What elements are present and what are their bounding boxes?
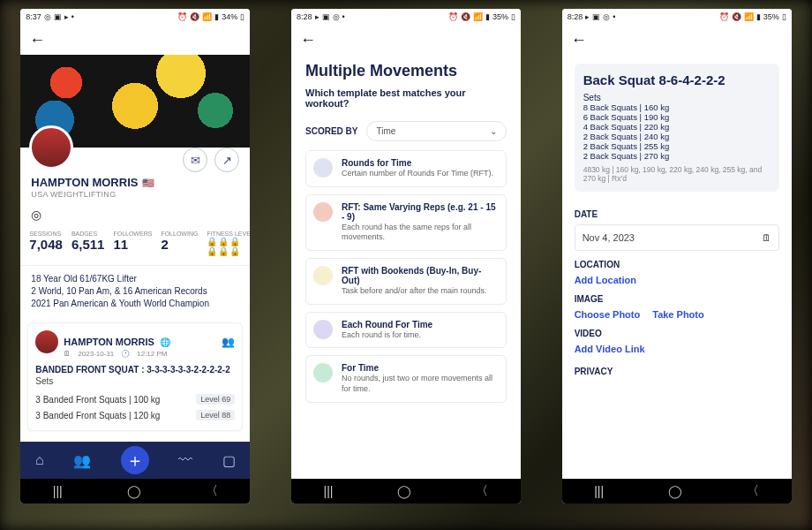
option-desc: Certain number of Rounds For Time (RFT). (342, 169, 499, 179)
sys-back-icon[interactable]: 〈 (206, 483, 218, 499)
instagram-icon: ◎ (31, 208, 41, 222)
date-section-label: DATE (575, 209, 779, 219)
add-video-button[interactable]: Add Video Link (575, 344, 779, 354)
sys-back-icon[interactable]: 〈 (476, 483, 488, 499)
add-location-button[interactable]: Add Location (575, 275, 779, 285)
option-title: For Time (342, 363, 499, 373)
app-header: ← (291, 25, 521, 55)
set-line: 2 Back Squats | 270 kg (583, 151, 771, 161)
template-option[interactable]: RFT with Bookends (Buy-In, Buy-Out)Task … (305, 258, 507, 305)
set-line: 2 Back Squats | 240 kg (583, 132, 771, 141)
location-section-label: LOCATION (575, 260, 779, 269)
post-date: 2023-10-31 (78, 350, 114, 358)
stat-following[interactable]: FOLLOWING 2 (161, 231, 198, 256)
template-option[interactable]: Rounds for TimeCertain number of Rounds … (305, 150, 507, 187)
instagram-icon: ◎ (44, 12, 51, 21)
battery-icon: ▯ (782, 12, 786, 21)
battery-icon: ▯ (240, 12, 244, 21)
stat-sessions[interactable]: SESSIONS 7,048 (29, 231, 63, 256)
system-nav: ||| ◯ 〈 (20, 479, 250, 504)
template-option[interactable]: RFT: Same Varying Reps (e.g. 21 - 15 - 9… (305, 194, 507, 251)
set-line: 4 Back Squats | 220 kg (583, 122, 771, 132)
mute-icon: 🔇 (732, 12, 741, 21)
tab-activity-icon[interactable]: 〰 (178, 452, 192, 468)
template-option[interactable]: For TimeNo rounds, just two or more move… (305, 355, 507, 402)
sys-home-icon[interactable]: ◯ (668, 484, 682, 498)
calendar-icon: 🗓 (762, 232, 771, 243)
sys-recent-icon[interactable]: ||| (53, 484, 63, 498)
system-nav: ||| ◯ 〈 (562, 479, 792, 504)
scored-by-select[interactable]: Time ⌄ (366, 121, 507, 141)
post-sets-label: Sets (35, 376, 235, 386)
workout-summary-card: Back Squat 8-6-4-2-2-2 Sets 8 Back Squat… (575, 64, 779, 192)
option-desc: Task before and/or after the main rounds… (342, 286, 499, 297)
share-button[interactable]: ↗ (214, 148, 239, 172)
swatch-icon (313, 202, 333, 222)
post-card[interactable]: HAMPTON MORRIS 🌐 👥 🗓 2023-10-31 🕐 12:12 … (27, 322, 243, 431)
tab-home-icon[interactable]: ⌂ (35, 452, 44, 468)
dot-icon: • (71, 12, 74, 21)
app-header: ← (562, 25, 792, 55)
take-photo-button[interactable]: Take Photo (652, 309, 703, 320)
privacy-section-label: PRIVACY (575, 367, 779, 376)
back-icon[interactable]: ← (29, 31, 45, 49)
choose-photo-button[interactable]: Choose Photo (575, 309, 641, 320)
option-title: RFT with Bookends (Buy-In, Buy-Out) (342, 266, 499, 285)
post-set-row: 3 Banded Front Squats | 100 kg Level 69 (35, 391, 235, 407)
template-option[interactable]: Each Round For TimeEach round is for tim… (305, 312, 507, 349)
instagram-icon: ◎ (603, 12, 610, 21)
lock-icon: 🔒🔒🔒🔒🔒🔒 (207, 237, 250, 256)
instagram-link[interactable]: ◎ (20, 204, 250, 231)
tab-chat-icon[interactable]: ▢ (222, 452, 236, 469)
back-icon[interactable]: ← (571, 31, 587, 49)
stat-fitness-level[interactable]: FITNESS LEVEL 🔒🔒🔒🔒🔒🔒 (207, 231, 250, 256)
calendar-icon: 🗓 (64, 350, 71, 358)
image-section-label: IMAGE (575, 294, 779, 304)
mute-icon: 🔇 (190, 12, 199, 21)
post-time: 12:12 PM (137, 350, 167, 358)
avatar[interactable] (29, 125, 73, 170)
page-subtitle: Which template best matches your workout… (305, 87, 507, 109)
stat-badges[interactable]: BADGES 6,511 (71, 231, 105, 256)
set-line: 6 Back Squats | 190 kg (583, 112, 771, 122)
option-desc: No rounds, just two or more movements al… (342, 374, 499, 394)
post-avatar[interactable] (35, 330, 58, 353)
set-line: 8 Back Squats | 160 kg (583, 102, 771, 112)
status-battery: 35% (763, 12, 779, 21)
image-icon: ▣ (322, 12, 330, 21)
youtube-icon: ▸ (315, 12, 320, 21)
workout-notes: 4830 kg | 160 kg, 190 kg, 220 kg, 240 kg… (583, 165, 771, 183)
signal-icon: ▮ (485, 12, 490, 21)
swatch-icon (313, 363, 333, 382)
battery-icon: ▯ (511, 12, 515, 21)
system-nav: ||| ◯ 〈 (291, 479, 521, 504)
profile-org: USA WEIGHTLIFTING (31, 190, 239, 199)
wifi-icon: 📶 (473, 12, 483, 21)
status-bar: 8:28 ▸ ▣ ◎ • ⏰ 🔇 📶 ▮ 35% ▯ (291, 9, 521, 25)
status-bar: 8:28 ▸ ▣ ◎ • ⏰ 🔇 📶 ▮ 35% ▯ (562, 9, 792, 25)
sys-home-icon[interactable]: ◯ (397, 484, 411, 498)
post-author: HAMPTON MORRIS (64, 337, 154, 347)
scored-by-label: SCORED BY (305, 126, 357, 136)
status-battery: 34% (222, 12, 237, 21)
signal-icon: ▮ (214, 12, 219, 21)
sys-recent-icon[interactable]: ||| (594, 484, 604, 498)
message-button[interactable]: ✉ (183, 148, 207, 172)
back-icon[interactable]: ← (300, 31, 316, 49)
swatch-icon (313, 158, 333, 178)
fab-add-button[interactable]: ＋ (121, 446, 149, 474)
tab-people-icon[interactable]: 👥 (73, 452, 91, 469)
tag-icon[interactable]: 👥 (222, 336, 235, 348)
sys-recent-icon[interactable]: ||| (324, 484, 334, 498)
level-pill: Level 69 (196, 394, 235, 405)
instagram-icon: ◎ (333, 12, 340, 21)
date-input[interactable]: Nov 4, 2023 🗓 (575, 224, 779, 251)
stat-followers[interactable]: FOLLOWERS 11 (113, 231, 152, 256)
wifi-icon: 📶 (202, 12, 212, 21)
sys-home-icon[interactable]: ◯ (127, 484, 141, 498)
set-line: 2 Back Squats | 255 kg (583, 141, 771, 151)
sys-back-icon[interactable]: 〈 (747, 483, 759, 499)
alarm-icon: ⏰ (719, 12, 729, 21)
option-title: RFT: Same Varying Reps (e.g. 21 - 15 - 9… (342, 202, 499, 222)
video-section-label: VIDEO (575, 329, 779, 338)
